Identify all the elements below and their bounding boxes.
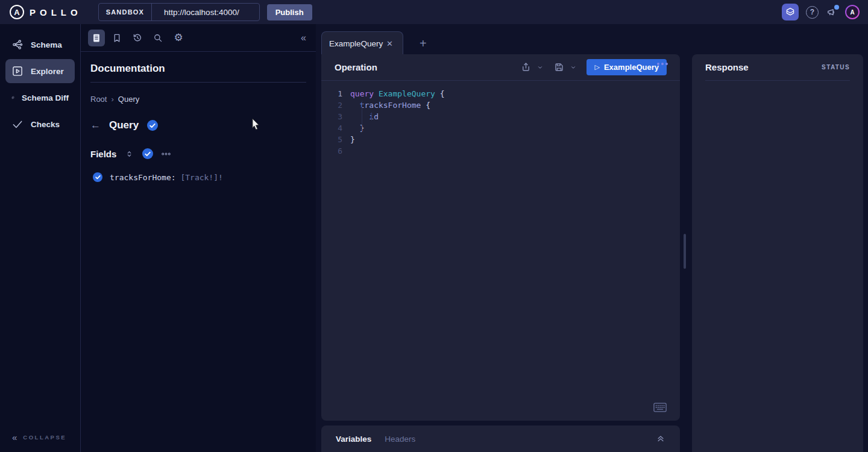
schema-graph-icon bbox=[11, 39, 24, 51]
sidebar-item-explorer[interactable]: Explorer bbox=[5, 59, 75, 83]
breadcrumb-root[interactable]: Root bbox=[90, 95, 107, 104]
check-icon bbox=[149, 123, 156, 128]
operation-header: Operation bbox=[321, 54, 680, 81]
back-arrow-icon[interactable]: ← bbox=[90, 119, 101, 131]
help-icon: ? bbox=[810, 8, 814, 16]
explorer-settings-button[interactable]: ⚙ bbox=[170, 30, 187, 46]
operation-actions: ▷ ExampleQuery bbox=[520, 59, 667, 75]
check-icon bbox=[145, 151, 151, 157]
new-tab-button[interactable]: + bbox=[420, 37, 427, 49]
field-signature: tracksForHome: [Track!]! bbox=[110, 173, 223, 182]
play-icon: ▷ bbox=[594, 63, 599, 71]
app-root: A POLLO SANDBOX ⚙ Publish ? bbox=[0, 0, 868, 452]
panel-resize-handle[interactable] bbox=[684, 234, 686, 269]
user-avatar[interactable]: A bbox=[845, 5, 860, 19]
saved-operations-button[interactable] bbox=[108, 30, 125, 46]
run-operation-button[interactable]: ▷ ExampleQuery bbox=[587, 59, 667, 75]
field-checkbox[interactable] bbox=[93, 172, 102, 182]
operation-title: Operation bbox=[335, 62, 377, 72]
indent-guide bbox=[371, 112, 372, 121]
field-row-tracksForHome[interactable]: tracksForHome: [Track!]! bbox=[93, 172, 306, 182]
apollo-logo-text: POLLO bbox=[30, 7, 82, 17]
code-lines: query ExampleQuery { tracksForHome { id … bbox=[350, 88, 445, 157]
keyboard-icon bbox=[653, 403, 667, 412]
indent-guide bbox=[362, 101, 362, 132]
sidebar-item-label: Checks bbox=[31, 120, 60, 129]
publish-button[interactable]: Publish bbox=[267, 4, 312, 20]
bookmark-icon bbox=[112, 33, 122, 43]
graphql-editor[interactable]: 123456 query ExampleQuery { tracksForHom… bbox=[321, 81, 680, 157]
search-icon bbox=[153, 33, 163, 43]
apollo-logo-icon: A bbox=[10, 5, 24, 19]
history-button[interactable] bbox=[129, 30, 146, 46]
collapse-sidebar-button[interactable]: « COLLAPSE bbox=[12, 432, 66, 442]
sandbox-badge: SANDBOX bbox=[99, 4, 152, 20]
tab-headers[interactable]: Headers bbox=[385, 435, 415, 444]
sidebar-item-label: Schema Diff bbox=[22, 93, 69, 102]
response-title: Response bbox=[705, 62, 749, 72]
type-heading-row: ← Query bbox=[90, 119, 306, 131]
tab-label: ExampleQuery bbox=[329, 39, 384, 48]
docs-tab-button[interactable] bbox=[88, 30, 105, 46]
close-tab-icon[interactable]: ✕ bbox=[384, 38, 395, 49]
select-all-fields-checkbox[interactable] bbox=[142, 148, 153, 159]
sidebar-item-schema[interactable]: Schema bbox=[5, 33, 75, 57]
collapse-docs-panel-button[interactable]: « bbox=[298, 33, 309, 43]
sidebar-item-schema-diff[interactable]: Schema Diff bbox=[5, 86, 75, 110]
apollo-logo: A POLLO bbox=[10, 5, 82, 19]
breadcrumb-separator: › bbox=[111, 95, 113, 104]
endpoint-group: SANDBOX ⚙ bbox=[98, 3, 260, 21]
share-icon bbox=[520, 61, 532, 73]
avatar-letter: A bbox=[846, 6, 858, 18]
gear-icon: ⚙ bbox=[174, 31, 183, 44]
fields-more-options-button[interactable] bbox=[161, 149, 171, 159]
ellipsis-circles-icon bbox=[161, 149, 171, 159]
share-dropdown-chevron-icon[interactable] bbox=[537, 64, 543, 71]
tab-variables[interactable]: Variables bbox=[336, 435, 371, 444]
endpoint-url-input[interactable] bbox=[164, 8, 271, 17]
variables-panel: Variables Headers bbox=[321, 425, 680, 452]
keyboard-shortcuts-button[interactable] bbox=[653, 403, 667, 412]
breadcrumb: Root › Query bbox=[90, 95, 306, 104]
save-dropdown-chevron-icon[interactable] bbox=[570, 64, 576, 71]
save-operation-button[interactable] bbox=[553, 61, 565, 73]
announcements-button[interactable] bbox=[826, 6, 838, 18]
diamond-chevrons-icon bbox=[124, 149, 134, 159]
topbar-right: ? A bbox=[782, 4, 860, 20]
select-type-checkbox[interactable] bbox=[147, 120, 158, 131]
expand-collapse-fields-button[interactable] bbox=[124, 149, 134, 159]
fields-header-row: Fields bbox=[90, 148, 306, 159]
response-panel: Response STATUS bbox=[692, 54, 863, 452]
breadcrumb-current[interactable]: Query bbox=[118, 95, 139, 104]
sandbox-cube-button[interactable] bbox=[782, 4, 799, 20]
history-clock-icon bbox=[132, 33, 143, 43]
field-type[interactable]: [Track!]! bbox=[180, 173, 222, 182]
workspace: Operation bbox=[316, 54, 868, 452]
checkmark-icon bbox=[11, 118, 24, 130]
collapse-chevrons-icon: « bbox=[12, 432, 17, 442]
notification-dot bbox=[834, 5, 839, 10]
operation-panel: Operation bbox=[321, 54, 680, 421]
tab-examplequery[interactable]: ExampleQuery ✕ bbox=[321, 31, 403, 55]
docs-toolbar: ⚙ « bbox=[81, 24, 316, 52]
sidebar-item-checks[interactable]: Checks bbox=[5, 112, 75, 136]
docs-panel-title: Documentation bbox=[90, 63, 306, 75]
double-chevron-up-icon bbox=[656, 434, 665, 444]
left-nav: Schema Explorer Schema Diff Checks « COL… bbox=[0, 24, 80, 452]
schema-diff-icon bbox=[11, 92, 14, 104]
documentation-panel: ⚙ « Documentation Root › Query ← Query F… bbox=[80, 24, 316, 452]
main-area: ExampleQuery ✕ + Operation bbox=[316, 24, 868, 452]
variables-row: Variables Headers bbox=[321, 425, 680, 452]
run-button-label: ExampleQuery bbox=[604, 63, 659, 72]
response-status-label: STATUS bbox=[822, 64, 850, 71]
save-icon bbox=[553, 61, 565, 73]
collapse-label: COLLAPSE bbox=[23, 434, 66, 441]
line-numbers: 123456 bbox=[321, 88, 350, 157]
expand-panel-button[interactable] bbox=[656, 434, 665, 444]
sidebar-item-label: Schema bbox=[31, 40, 62, 49]
editor-more-options-button[interactable] bbox=[657, 63, 668, 65]
response-header: Response STATUS bbox=[705, 54, 850, 81]
search-button[interactable] bbox=[149, 30, 166, 46]
share-operation-button[interactable] bbox=[520, 61, 532, 73]
help-button[interactable]: ? bbox=[806, 6, 819, 19]
